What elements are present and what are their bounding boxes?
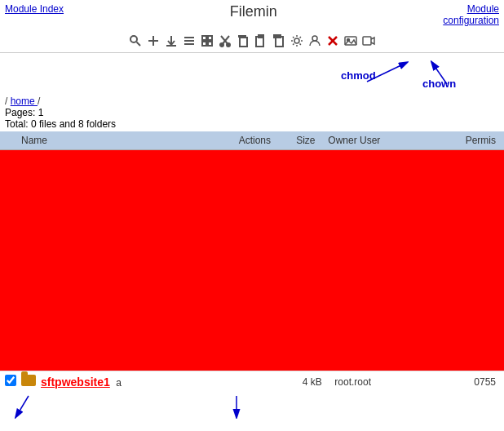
copy-icon[interactable] (235, 33, 251, 49)
svg-point-0 (130, 36, 137, 42)
chown-user-icon[interactable] (307, 33, 323, 49)
file-name-link[interactable]: sftpwebsite1 (41, 375, 110, 389)
th-owner-user: Owner User (328, 135, 393, 146)
file-permissions: 0755 (400, 376, 499, 388)
video-icon[interactable] (360, 33, 377, 49)
delete-icon[interactable] (325, 33, 341, 49)
row-checkbox[interactable] (5, 375, 16, 386)
chmod-annotation: chmod (341, 69, 376, 82)
chown-annotation: chown (422, 78, 456, 90)
toolbar (0, 29, 504, 53)
svg-rect-9 (202, 36, 206, 40)
list-icon[interactable] (181, 33, 197, 49)
table-row: sftpwebsite1 a 4 kB root.root 0755 (0, 371, 504, 392)
breadcrumb: / home / (5, 96, 499, 107)
svg-rect-28 (363, 37, 371, 45)
module-config-link[interactable]: Module configuration (443, 3, 499, 26)
file-size: 4 kB (290, 376, 334, 388)
svg-rect-10 (208, 36, 212, 40)
svg-point-15 (220, 43, 223, 47)
red-content-area (0, 150, 504, 371)
pages-info: Pages: 1 (5, 107, 499, 118)
th-permissions: Permis (393, 135, 499, 146)
th-name: Name (21, 135, 226, 146)
image-icon[interactable] (343, 33, 359, 49)
file-name-cell: sftpwebsite1 a (41, 375, 232, 389)
file-owner: root.root (334, 376, 400, 388)
paste2-icon[interactable] (271, 33, 287, 49)
svg-point-23 (312, 36, 317, 41)
folder-icon (21, 375, 36, 386)
paste-icon[interactable] (253, 33, 269, 49)
table-header: Name Actions Size Owner User Permis (0, 131, 504, 150)
svg-line-31 (16, 396, 29, 416)
svg-rect-17 (240, 38, 247, 47)
search-icon[interactable] (127, 33, 144, 49)
th-actions: Actions (226, 135, 283, 146)
module-index-link[interactable]: Module Index (5, 3, 64, 15)
svg-point-16 (227, 43, 230, 47)
file-name-suffix: a (116, 377, 122, 389)
breadcrumb-separator1: / (5, 96, 7, 107)
cut-icon[interactable] (217, 33, 233, 49)
breadcrumb-separator2: / (38, 96, 40, 107)
chmod-settings-icon[interactable] (289, 33, 305, 49)
svg-rect-12 (208, 42, 212, 46)
total-info: Total: 0 files and 8 folders (5, 118, 499, 130)
breadcrumb-home-link[interactable]: home (11, 96, 38, 107)
grid-icon[interactable] (199, 33, 215, 49)
th-size: Size (283, 135, 328, 146)
bottom-arrow-svg (0, 392, 504, 424)
svg-point-22 (294, 38, 299, 43)
pages-value: 1 (38, 107, 44, 118)
svg-rect-11 (202, 42, 206, 46)
svg-line-1 (137, 42, 141, 47)
pages-label: Pages: (5, 107, 35, 118)
page-title: Filemin (64, 3, 443, 20)
row-checkbox-cell (5, 375, 21, 389)
download-icon[interactable] (163, 33, 179, 49)
bottom-annotations (0, 392, 504, 424)
new-file-icon[interactable] (145, 33, 161, 49)
